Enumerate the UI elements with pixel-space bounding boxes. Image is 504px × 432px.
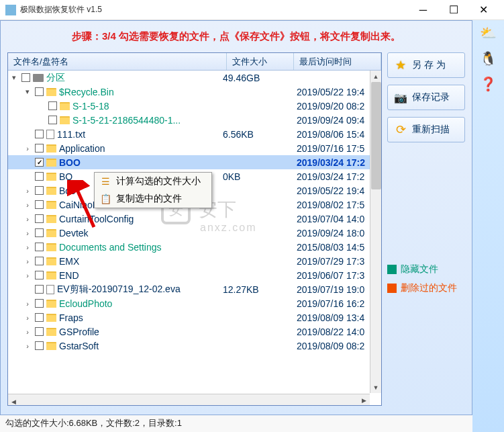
tree-row[interactable]: 111.txt6.56KB2019/08/06 15:4 (8, 127, 381, 141)
scroll-left-icon[interactable]: ◀ (8, 396, 19, 408)
tree-row[interactable]: ›Application2019/07/16 17:5 (8, 141, 381, 155)
row-label: END (59, 270, 79, 281)
checkbox[interactable] (35, 228, 44, 237)
checkbox[interactable] (35, 200, 44, 209)
row-time: 2019/03/24 17:2 (297, 171, 364, 182)
penguin-icon[interactable]: 🐧 (480, 50, 497, 67)
expand-icon[interactable]: › (23, 229, 32, 237)
checkbox[interactable] (35, 130, 44, 138)
checkbox[interactable] (35, 327, 44, 336)
star-icon: ★ (393, 58, 408, 73)
row-label: Boo (59, 185, 76, 196)
expand-icon[interactable]: › (23, 187, 32, 195)
row-time: 2019/05/22 19:4 (297, 87, 364, 97)
folder-icon (46, 159, 56, 167)
checkbox[interactable] (35, 257, 44, 265)
row-time: 2019/07/29 17:3 (297, 256, 364, 267)
checkbox[interactable] (35, 172, 44, 181)
save-as-button[interactable]: ★ 另 存 为 (387, 52, 465, 78)
row-time: 2019/07/16 17:5 (297, 143, 364, 154)
checkbox[interactable] (35, 158, 44, 167)
tree-row[interactable]: ›Documents and Settings2015/08/03 14:5 (8, 240, 381, 254)
tree-row[interactable]: ›EcloudPhoto2019/07/16 16:2 (8, 296, 381, 310)
file-icon (46, 130, 54, 139)
weather-icon[interactable]: ⛅ (480, 24, 497, 42)
scroll-thumb[interactable] (371, 82, 381, 189)
expand-icon[interactable]: › (23, 257, 32, 265)
row-time: 2019/09/24 18:0 (297, 228, 364, 239)
tree-row[interactable]: ›GSProfile2019/08/22 14:0 (8, 325, 381, 339)
col-size[interactable]: 文件大小 (227, 53, 294, 70)
folder-icon (46, 88, 56, 96)
checkbox[interactable] (35, 186, 44, 195)
tree-row[interactable]: BOO2019/03/24 17:2 (8, 155, 381, 169)
tree-row[interactable]: ›EMX2019/07/29 17:3 (8, 254, 381, 268)
tree-row[interactable]: ›END2019/06/07 17:3 (8, 268, 381, 282)
close-button[interactable]: ✕ (468, 0, 499, 20)
file-tree[interactable]: ▾ 分区 49.46GB ▾$Recycle.Bin2019/05/22 19:… (8, 71, 381, 405)
col-time[interactable]: 最后访问时间 (294, 53, 381, 70)
checkbox[interactable] (35, 87, 44, 96)
side-buttons: ★ 另 存 为 📷 保存记录 ⟳ 重新扫描 隐藏文件 删除过的文件 (387, 52, 465, 406)
expand-icon[interactable]: ▾ (9, 73, 19, 82)
horizontal-scrollbar[interactable]: ◀ ▶ (8, 394, 370, 405)
row-time: 2019/07/19 19:0 (297, 284, 364, 295)
row-label: EcloudPhoto (59, 298, 112, 309)
maximize-button[interactable]: ☐ (438, 0, 468, 20)
scroll-right-icon[interactable]: ▶ (358, 394, 370, 406)
folder-icon (46, 173, 56, 181)
checkbox[interactable] (35, 271, 44, 279)
expand-icon[interactable]: ▾ (23, 87, 32, 96)
expand-icon[interactable]: › (23, 342, 32, 350)
checkbox[interactable] (35, 144, 44, 153)
expand-icon[interactable]: › (23, 300, 32, 308)
minimize-button[interactable]: ─ (408, 0, 438, 20)
checkbox[interactable] (35, 299, 44, 308)
row-label: BO (59, 171, 72, 182)
help-icon[interactable]: ❓ (480, 75, 497, 93)
row-label: Documents and Settings (59, 242, 162, 253)
ctx-calc-size[interactable]: ☰ 计算勾选的文件大小 (95, 173, 211, 190)
row-label: GSProfile (59, 327, 99, 337)
checkbox[interactable] (35, 285, 44, 294)
tree-row[interactable]: ›CurtainToolConfig2019/07/04 14:0 (8, 212, 381, 226)
expand-icon[interactable]: › (23, 243, 32, 251)
expand-icon[interactable]: › (23, 314, 32, 322)
checkbox[interactable] (21, 73, 30, 82)
scroll-down-icon[interactable]: ▼ (370, 382, 381, 393)
row-label: BOO (59, 157, 81, 168)
checkbox[interactable] (48, 101, 57, 110)
tree-row[interactable]: S-1-5-21-2186544480-1...2019/09/24 09:4 (8, 113, 381, 127)
row-time: 2019/08/22 14:0 (297, 327, 364, 337)
tree-root-row[interactable]: ▾ 分区 49.46GB (8, 71, 381, 85)
rescan-button[interactable]: ⟳ 重新扫描 (387, 117, 465, 142)
col-name[interactable]: 文件名/盘符名 (8, 53, 227, 70)
row-label: S-1-5-18 (72, 101, 109, 112)
main-panel: 步骤：3/4 勾选需要恢复的文件，点《保存文件》按钮，将文件复制出来。 文件名/… (0, 20, 472, 415)
expand-icon[interactable]: › (23, 201, 32, 209)
expand-icon[interactable]: › (23, 328, 32, 336)
vertical-scrollbar[interactable]: ▲ ▼ (370, 71, 381, 393)
folder-icon (46, 144, 56, 153)
expand-icon[interactable]: › (23, 144, 32, 153)
ctx-copy-selected[interactable]: 📋 复制选中的文件 (95, 190, 211, 208)
scroll-up-icon[interactable]: ▲ (370, 71, 381, 82)
tree-row[interactable]: ›GstarSoft2019/08/09 08:2 (8, 339, 381, 353)
ctx-copy-label: 复制选中的文件 (116, 193, 182, 205)
checkbox[interactable] (35, 341, 44, 350)
tree-row[interactable]: ›Devtek2019/09/24 18:0 (8, 226, 381, 240)
checkbox[interactable] (35, 243, 44, 251)
row-size: 12.27KB (223, 284, 259, 295)
tree-row[interactable]: ▾$Recycle.Bin2019/05/22 19:4 (8, 85, 381, 99)
tree-row[interactable]: S-1-5-182019/09/20 08:2 (8, 99, 381, 113)
expand-icon[interactable]: › (23, 215, 32, 223)
checkbox[interactable] (48, 116, 57, 124)
save-record-button[interactable]: 📷 保存记录 (387, 85, 465, 110)
checkbox[interactable] (35, 313, 44, 322)
checkbox[interactable] (35, 214, 44, 223)
tree-row[interactable]: EV剪辑-20190719_12-02.eva12.27KB2019/07/19… (8, 282, 381, 296)
refresh-icon: ⟳ (393, 122, 408, 137)
tree-row[interactable]: ›Fraps2019/08/09 13:4 (8, 310, 381, 325)
folder-icon (46, 187, 56, 195)
expand-icon[interactable]: › (23, 271, 32, 279)
